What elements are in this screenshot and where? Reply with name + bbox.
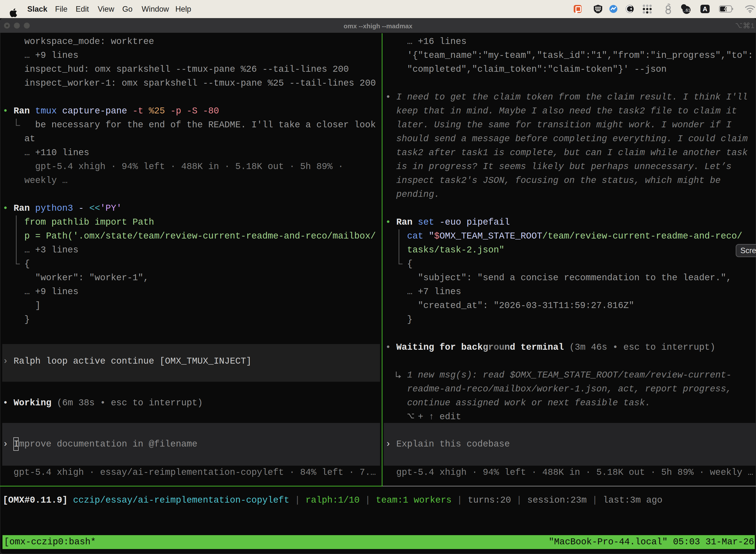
svg-text:..61: ..61: [683, 8, 690, 13]
svg-text:1: 1: [751, 22, 755, 29]
